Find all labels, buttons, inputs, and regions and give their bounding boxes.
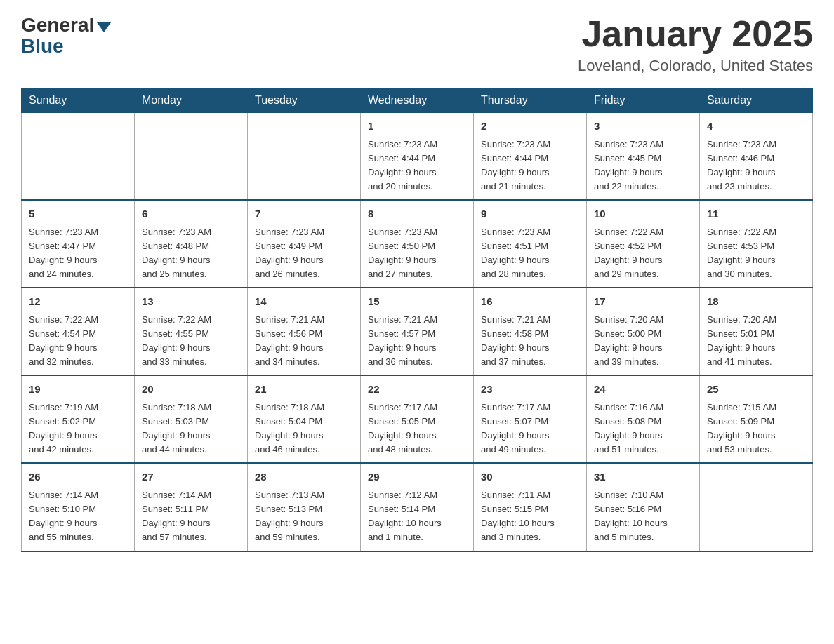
calendar-cell: 25Sunrise: 7:15 AM Sunset: 5:09 PM Dayli… <box>700 375 813 463</box>
day-info: Sunrise: 7:22 AM Sunset: 4:54 PM Dayligh… <box>29 313 127 370</box>
calendar-cell: 30Sunrise: 7:11 AM Sunset: 5:15 PM Dayli… <box>474 463 587 551</box>
day-info: Sunrise: 7:13 AM Sunset: 5:13 PM Dayligh… <box>255 488 353 545</box>
day-info: Sunrise: 7:18 AM Sunset: 5:03 PM Dayligh… <box>142 401 240 457</box>
day-number: 7 <box>255 206 353 222</box>
day-number: 31 <box>594 469 692 485</box>
calendar-cell: 6Sunrise: 7:23 AM Sunset: 4:48 PM Daylig… <box>135 200 248 288</box>
day-info: Sunrise: 7:17 AM Sunset: 5:07 PM Dayligh… <box>481 401 579 457</box>
day-info: Sunrise: 7:22 AM Sunset: 4:55 PM Dayligh… <box>142 313 240 370</box>
calendar-body: 1Sunrise: 7:23 AM Sunset: 4:44 PM Daylig… <box>22 113 813 551</box>
day-number: 23 <box>481 382 579 398</box>
header-day-sunday: Sunday <box>22 88 135 113</box>
day-info: Sunrise: 7:21 AM Sunset: 4:56 PM Dayligh… <box>255 313 353 370</box>
calendar-cell: 29Sunrise: 7:12 AM Sunset: 5:14 PM Dayli… <box>361 463 474 551</box>
calendar-cell: 16Sunrise: 7:21 AM Sunset: 4:58 PM Dayli… <box>474 288 587 375</box>
day-number: 13 <box>142 294 240 310</box>
calendar-cell: 24Sunrise: 7:16 AM Sunset: 5:08 PM Dayli… <box>587 375 700 463</box>
day-info: Sunrise: 7:20 AM Sunset: 5:00 PM Dayligh… <box>594 313 692 370</box>
day-info: Sunrise: 7:23 AM Sunset: 4:46 PM Dayligh… <box>707 137 805 194</box>
day-info: Sunrise: 7:18 AM Sunset: 5:04 PM Dayligh… <box>255 401 353 457</box>
day-number: 9 <box>481 206 579 222</box>
week-row: 26Sunrise: 7:14 AM Sunset: 5:10 PM Dayli… <box>22 463 813 551</box>
title-area: January 2025 Loveland, Colorado, United … <box>578 14 813 75</box>
calendar-cell: 26Sunrise: 7:14 AM Sunset: 5:10 PM Dayli… <box>22 463 135 551</box>
day-info: Sunrise: 7:20 AM Sunset: 5:01 PM Dayligh… <box>707 313 805 370</box>
logo-general-text: General <box>21 14 94 36</box>
day-number: 16 <box>481 294 579 310</box>
logo-arrow-icon <box>97 22 111 32</box>
day-number: 14 <box>255 294 353 310</box>
day-info: Sunrise: 7:23 AM Sunset: 4:47 PM Dayligh… <box>29 225 127 282</box>
day-number: 17 <box>594 294 692 310</box>
calendar-cell: 20Sunrise: 7:18 AM Sunset: 5:03 PM Dayli… <box>135 375 248 463</box>
logo-text: General <box>21 14 111 36</box>
week-row: 19Sunrise: 7:19 AM Sunset: 5:02 PM Dayli… <box>22 375 813 463</box>
calendar-cell: 1Sunrise: 7:23 AM Sunset: 4:44 PM Daylig… <box>361 113 474 201</box>
day-number: 22 <box>368 382 466 398</box>
day-number: 29 <box>368 469 466 485</box>
week-row: 5Sunrise: 7:23 AM Sunset: 4:47 PM Daylig… <box>22 200 813 288</box>
day-info: Sunrise: 7:23 AM Sunset: 4:48 PM Dayligh… <box>142 225 240 282</box>
calendar-cell: 31Sunrise: 7:10 AM Sunset: 5:16 PM Dayli… <box>587 463 700 551</box>
day-info: Sunrise: 7:10 AM Sunset: 5:16 PM Dayligh… <box>594 488 692 545</box>
calendar-cell: 9Sunrise: 7:23 AM Sunset: 4:51 PM Daylig… <box>474 200 587 288</box>
day-number: 15 <box>368 294 466 310</box>
header-day-monday: Monday <box>135 88 248 113</box>
day-number: 2 <box>481 119 579 135</box>
day-info: Sunrise: 7:15 AM Sunset: 5:09 PM Dayligh… <box>707 401 805 457</box>
page-header: General Blue January 2025 Loveland, Colo… <box>21 14 813 75</box>
day-number: 1 <box>368 119 466 135</box>
day-number: 26 <box>29 469 127 485</box>
calendar-cell: 19Sunrise: 7:19 AM Sunset: 5:02 PM Dayli… <box>22 375 135 463</box>
day-info: Sunrise: 7:12 AM Sunset: 5:14 PM Dayligh… <box>368 488 466 545</box>
calendar-cell: 5Sunrise: 7:23 AM Sunset: 4:47 PM Daylig… <box>22 200 135 288</box>
calendar-cell: 13Sunrise: 7:22 AM Sunset: 4:55 PM Dayli… <box>135 288 248 375</box>
day-info: Sunrise: 7:14 AM Sunset: 5:10 PM Dayligh… <box>29 488 127 545</box>
logo-blue-text: Blue <box>21 35 64 58</box>
header-day-friday: Friday <box>587 88 700 113</box>
day-info: Sunrise: 7:23 AM Sunset: 4:45 PM Dayligh… <box>594 137 692 194</box>
day-number: 18 <box>707 294 805 310</box>
day-info: Sunrise: 7:22 AM Sunset: 4:52 PM Dayligh… <box>594 225 692 282</box>
calendar-cell: 2Sunrise: 7:23 AM Sunset: 4:44 PM Daylig… <box>474 113 587 201</box>
calendar-cell: 3Sunrise: 7:23 AM Sunset: 4:45 PM Daylig… <box>587 113 700 201</box>
day-number: 6 <box>142 206 240 222</box>
calendar-cell <box>135 113 248 201</box>
calendar-cell: 7Sunrise: 7:23 AM Sunset: 4:49 PM Daylig… <box>248 200 361 288</box>
day-info: Sunrise: 7:23 AM Sunset: 4:44 PM Dayligh… <box>481 137 579 194</box>
calendar-cell: 4Sunrise: 7:23 AM Sunset: 4:46 PM Daylig… <box>700 113 813 201</box>
day-number: 3 <box>594 119 692 135</box>
week-row: 1Sunrise: 7:23 AM Sunset: 4:44 PM Daylig… <box>22 113 813 201</box>
calendar-cell: 28Sunrise: 7:13 AM Sunset: 5:13 PM Dayli… <box>248 463 361 551</box>
calendar-cell: 23Sunrise: 7:17 AM Sunset: 5:07 PM Dayli… <box>474 375 587 463</box>
calendar-subtitle: Loveland, Colorado, United States <box>578 57 813 75</box>
calendar-cell: 17Sunrise: 7:20 AM Sunset: 5:00 PM Dayli… <box>587 288 700 375</box>
day-number: 10 <box>594 206 692 222</box>
calendar-cell <box>700 463 813 551</box>
day-info: Sunrise: 7:21 AM Sunset: 4:58 PM Dayligh… <box>481 313 579 370</box>
day-number: 20 <box>142 382 240 398</box>
day-number: 19 <box>29 382 127 398</box>
header-day-saturday: Saturday <box>700 88 813 113</box>
day-info: Sunrise: 7:23 AM Sunset: 4:49 PM Dayligh… <box>255 225 353 282</box>
calendar-cell <box>22 113 135 201</box>
calendar-cell: 21Sunrise: 7:18 AM Sunset: 5:04 PM Dayli… <box>248 375 361 463</box>
day-number: 27 <box>142 469 240 485</box>
calendar-table: SundayMondayTuesdayWednesdayThursdayFrid… <box>21 88 813 551</box>
header-day-tuesday: Tuesday <box>248 88 361 113</box>
day-info: Sunrise: 7:16 AM Sunset: 5:08 PM Dayligh… <box>594 401 692 457</box>
day-number: 21 <box>255 382 353 398</box>
day-number: 28 <box>255 469 353 485</box>
day-info: Sunrise: 7:23 AM Sunset: 4:44 PM Dayligh… <box>368 137 466 194</box>
day-info: Sunrise: 7:22 AM Sunset: 4:53 PM Dayligh… <box>707 225 805 282</box>
day-info: Sunrise: 7:21 AM Sunset: 4:57 PM Dayligh… <box>368 313 466 370</box>
calendar-cell: 22Sunrise: 7:17 AM Sunset: 5:05 PM Dayli… <box>361 375 474 463</box>
header-day-thursday: Thursday <box>474 88 587 113</box>
day-info: Sunrise: 7:17 AM Sunset: 5:05 PM Dayligh… <box>368 401 466 457</box>
day-number: 30 <box>481 469 579 485</box>
calendar-header: SundayMondayTuesdayWednesdayThursdayFrid… <box>22 88 813 113</box>
day-info: Sunrise: 7:23 AM Sunset: 4:50 PM Dayligh… <box>368 225 466 282</box>
calendar-cell: 11Sunrise: 7:22 AM Sunset: 4:53 PM Dayli… <box>700 200 813 288</box>
day-number: 25 <box>707 382 805 398</box>
header-day-wednesday: Wednesday <box>361 88 474 113</box>
